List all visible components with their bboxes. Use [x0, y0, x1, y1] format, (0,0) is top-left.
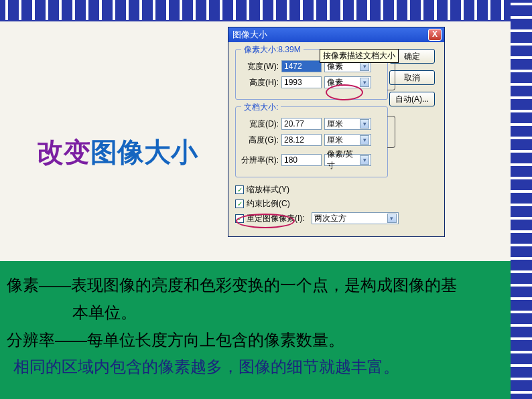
pixel-dimensions-fieldset: 像素大小:8.39M 宽度(W): 1472 像素 ▾ 按像素描述文档大小 [235, 49, 388, 100]
doc-width-label: 宽度(D): [241, 118, 279, 130]
checkbox-checked-icon: ✓ [235, 185, 244, 194]
close-button[interactable]: X [428, 29, 442, 41]
doc-height-unit: 厘米 [327, 135, 343, 146]
chevron-down-icon: ▾ [360, 155, 369, 165]
link-bracket-icon [387, 58, 395, 90]
pixel-height-unit: 像素 [327, 77, 343, 88]
scale-styles-checkbox-row[interactable]: ✓ 缩放样式(Y) [235, 184, 438, 195]
chevron-down-icon: ▾ [387, 214, 397, 223]
resample-checkbox-row[interactable]: ✓ 重定图像像素(I): 两次立方 ▾ [235, 212, 438, 224]
explanation-panel: 像素——表现图像的亮度和色彩变换的一个点，是构成图像的基 本单位。 分辨率——每… [0, 261, 511, 399]
explanation-line1b: 本单位。 [7, 299, 504, 327]
doc-height-input[interactable]: 28.12 [281, 134, 322, 146]
dialog-body: 确定 取消 自动(A)... 像素大小:8.39M 宽度(W): 1472 像素… [228, 42, 444, 236]
tooltip: 按像素描述文档大小 [320, 49, 399, 63]
dialog-title: 图像大小 [231, 29, 428, 41]
constrain-checkbox-row[interactable]: ✓ 约束比例(C) [235, 198, 438, 210]
image-size-dialog: 图像大小 X 确定 取消 自动(A)... 像素大小:8.39M 宽度(W): … [228, 27, 445, 237]
link-bracket-icon [387, 116, 395, 148]
decorative-border-right [511, 0, 532, 399]
title-part1: 改变 [37, 137, 90, 167]
decorative-border-top [0, 0, 532, 21]
resample-method: 两次立方 [314, 213, 346, 224]
res-unit: 像素/英寸 [327, 149, 360, 171]
pixel-width-input[interactable]: 1472 [281, 60, 322, 72]
explanation-line3: 相同的区域内包含的像素越多，图像的细节就越丰富。 [7, 353, 504, 381]
chevron-down-icon: ▾ [360, 62, 369, 71]
height-label: 高度(H): [241, 77, 279, 88]
chevron-down-icon: ▾ [360, 119, 369, 129]
chevron-down-icon: ▾ [360, 78, 369, 87]
pixel-height-unit-select[interactable]: 像素 ▾ [324, 76, 371, 88]
document-size-fieldset: 文档大小: 宽度(D): 20.77 厘米 ▾ 高度(G): [235, 106, 388, 177]
resolution-input[interactable]: 180 [281, 154, 322, 166]
explanation-line1a: 像素——表现图像的亮度和色彩变换的一个点，是构成图像的基 [7, 272, 504, 299]
doc-width-input[interactable]: 20.77 [281, 118, 322, 130]
explanation-line2: 分辨率——每单位长度方向上包含的像素数量。 [7, 327, 504, 354]
width-label: 宽度(W): [241, 61, 279, 72]
dialog-titlebar[interactable]: 图像大小 X [228, 27, 444, 42]
auto-button[interactable]: 自动(A)... [389, 92, 435, 106]
resample-label: 重定图像像素(I): [247, 213, 305, 224]
checkbox-checked-icon: ✓ [235, 214, 244, 223]
doc-legend: 文档大小: [241, 102, 281, 113]
doc-width-unit: 厘米 [327, 118, 343, 130]
doc-height-label: 高度(G): [241, 135, 279, 146]
slide-title: 改变图像大小 [37, 134, 198, 171]
scale-styles-label: 缩放样式(Y) [247, 184, 289, 195]
pixel-width-unit-select[interactable]: 像素 ▾ 按像素描述文档大小 [324, 60, 371, 72]
resolution-unit-select[interactable]: 像素/英寸 ▾ [324, 154, 371, 166]
cancel-button[interactable]: 取消 [389, 70, 435, 85]
doc-width-unit-select[interactable]: 厘米 ▾ [324, 118, 371, 130]
chevron-down-icon: ▾ [360, 135, 369, 145]
checkbox-checked-icon: ✓ [235, 200, 244, 208]
constrain-label: 约束比例(C) [247, 198, 290, 210]
title-part2: 图像大小 [90, 137, 198, 167]
res-label: 分辨率(R): [241, 155, 279, 166]
pixel-legend: 像素大小:8.39M [241, 44, 304, 56]
pixel-height-input[interactable]: 1993 [281, 76, 322, 88]
resample-method-select[interactable]: 两次立方 ▾ [312, 212, 399, 224]
doc-height-unit-select[interactable]: 厘米 ▾ [324, 134, 371, 146]
